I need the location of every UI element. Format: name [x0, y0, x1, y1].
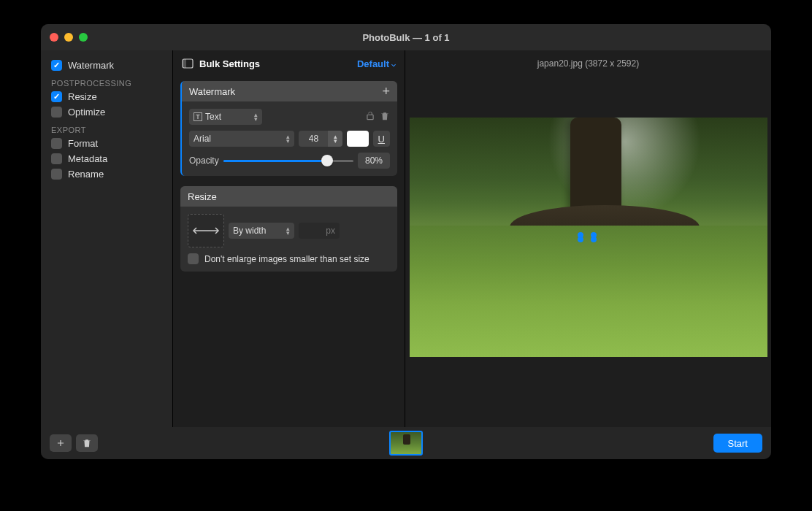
font-size-steps[interactable]: ▴▾	[328, 131, 342, 147]
traffic-lights	[50, 33, 88, 42]
sidebar-label-format: Format	[68, 138, 98, 149]
updown-icon: ▴▾	[334, 134, 337, 143]
content: Watermark POSTPROCESSING Resize Optimize…	[41, 50, 771, 427]
resize-width-input[interactable]	[299, 223, 340, 239]
sidebar: Watermark POSTPROCESSING Resize Optimize…	[41, 50, 172, 427]
add-images-button[interactable]	[50, 434, 72, 452]
app-window: PhotoBulk — 1 of 1 Watermark POSTPROCESS…	[41, 24, 771, 459]
sidebar-item-format[interactable]: Format	[47, 136, 166, 151]
sidebar-item-watermark[interactable]: Watermark	[47, 58, 166, 73]
resize-panel-title: Resize	[188, 191, 217, 202]
preview-image[interactable]	[410, 118, 767, 357]
chevron-down-icon: ⌵	[391, 60, 396, 68]
window-title: PhotoBulk — 1 of 1	[41, 32, 771, 43]
thumbnail[interactable]	[389, 431, 423, 456]
sidebar-label-resize: Resize	[68, 91, 97, 102]
settings-column: Bulk Settings Default ⌵ Watermark +	[173, 50, 405, 427]
preview-filename: japan20.jpg (3872 x 2592)	[405, 50, 771, 77]
updown-icon: ▴▾	[254, 112, 258, 121]
watermark-panel-body: T Text ▴▾	[182, 101, 397, 176]
sidebar-label-rename: Rename	[68, 169, 104, 180]
trash-icon[interactable]	[380, 111, 390, 123]
watermark-type-select[interactable]: T Text ▴▾	[189, 109, 262, 125]
resize-preview-icon	[188, 214, 224, 247]
font-select[interactable]: Arial ▴▾	[189, 131, 294, 147]
font-size-input[interactable]	[299, 131, 328, 147]
panel-toggle-icon[interactable]	[182, 58, 194, 69]
opacity-label: Opacity	[189, 155, 219, 166]
sidebar-label-optimize: Optimize	[68, 107, 105, 118]
dont-enlarge-label: Don't enlarge images smaller than set si…	[204, 254, 369, 264]
updown-icon: ▴▾	[286, 226, 290, 235]
resize-panel: Resize By width ▴▾	[180, 186, 397, 272]
opacity-slider[interactable]	[223, 153, 353, 169]
bottombar: Start	[41, 427, 771, 459]
watermark-panel-header: Watermark +	[182, 81, 397, 101]
checkbox-format[interactable]	[51, 138, 62, 149]
sidebar-header-post: POSTPROCESSING	[47, 73, 166, 89]
preview-area	[405, 77, 771, 427]
updown-icon: ▴▾	[286, 134, 290, 143]
delete-images-button[interactable]	[76, 434, 98, 452]
dont-enlarge-checkbox[interactable]	[188, 253, 199, 264]
maximize-icon[interactable]	[79, 33, 88, 42]
sidebar-item-resize[interactable]: Resize	[47, 89, 166, 104]
opacity-value: 80%	[358, 153, 390, 169]
sidebar-header-export: EXPORT	[47, 120, 166, 136]
sidebar-item-metadata[interactable]: Metadata	[47, 151, 166, 166]
checkbox-rename[interactable]	[51, 169, 62, 180]
slider-thumb[interactable]	[321, 155, 333, 166]
center: Bulk Settings Default ⌵ Watermark +	[172, 50, 771, 427]
preset-label: Default	[357, 58, 389, 69]
checkbox-resize[interactable]	[51, 91, 62, 102]
start-button[interactable]: Start	[713, 434, 762, 453]
watermark-panel: Watermark + T Text ▴▾	[180, 81, 397, 176]
watermark-drag-handle[interactable]	[578, 232, 597, 238]
settings-title: Bulk Settings	[199, 58, 260, 69]
resize-mode-select[interactable]: By width ▴▾	[229, 223, 294, 239]
watermark-panel-title: Watermark	[189, 86, 235, 97]
sidebar-item-optimize[interactable]: Optimize	[47, 104, 166, 120]
preview-column: japan20.jpg (3872 x 2592)	[405, 50, 771, 427]
watermark-type-label: Text	[205, 112, 221, 122]
resize-mode-label: By width	[233, 226, 266, 236]
sidebar-label-metadata: Metadata	[68, 153, 107, 164]
underline-button[interactable]: U	[373, 131, 390, 147]
checkbox-optimize[interactable]	[51, 107, 62, 118]
lock-icon[interactable]	[365, 111, 375, 123]
titlebar: PhotoBulk — 1 of 1	[41, 24, 771, 50]
resize-panel-header: Resize	[180, 186, 397, 207]
resize-panel-body: By width ▴▾ Don't enlarge images smaller…	[180, 207, 397, 272]
color-swatch[interactable]	[347, 131, 368, 147]
preset-dropdown[interactable]: Default ⌵	[357, 58, 396, 69]
minimize-icon[interactable]	[64, 33, 73, 42]
sidebar-label-watermark: Watermark	[68, 60, 114, 71]
checkbox-watermark[interactable]	[51, 60, 62, 71]
font-label: Arial	[194, 134, 211, 144]
font-size-stepper[interactable]: ▴▾	[299, 131, 342, 147]
add-watermark-button[interactable]: +	[382, 85, 390, 98]
checkbox-metadata[interactable]	[51, 153, 62, 164]
close-icon[interactable]	[50, 33, 58, 42]
text-icon: T	[194, 112, 202, 121]
settings-header: Bulk Settings Default ⌵	[173, 50, 405, 77]
dont-enlarge-row[interactable]: Don't enlarge images smaller than set si…	[188, 253, 390, 264]
sidebar-item-rename[interactable]: Rename	[47, 166, 166, 182]
svg-rect-1	[183, 59, 186, 68]
